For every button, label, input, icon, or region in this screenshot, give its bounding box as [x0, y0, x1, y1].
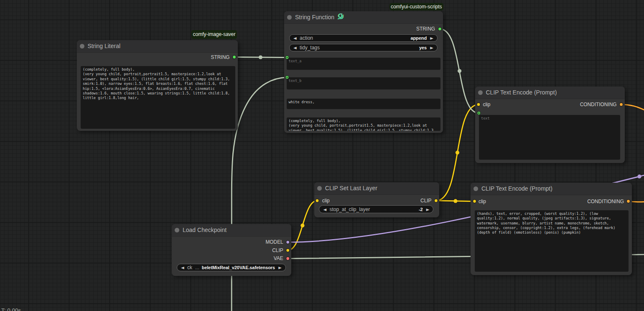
- link-dot: [637, 175, 641, 178]
- clip-text-encode-positive-text-widget[interactable]: [479, 115, 620, 160]
- link-checkpoint-clip-to-setlastlayer: [288, 201, 317, 250]
- link-dot: [453, 199, 457, 203]
- combo-right-arrow-icon[interactable]: ▶: [430, 46, 433, 49]
- widget-action[interactable]: ◀ action append ▶: [289, 34, 438, 42]
- collapse-dot-icon[interactable]: [287, 15, 292, 20]
- node-title: String Literal: [88, 43, 121, 49]
- combo-left-arrow-icon[interactable]: ◀: [323, 207, 326, 211]
- combo-left-arrow-icon[interactable]: ◀: [293, 46, 297, 49]
- widget-stop-at-clip-layer[interactable]: ◀ stop_at_clip_layer -2 ▶: [319, 205, 433, 213]
- output-label-clip: CLIP: [272, 247, 283, 253]
- input-label-clip: clip: [479, 199, 486, 204]
- output-label-string: STRING: [211, 54, 230, 60]
- node-title: CLIP Set Last Layer: [325, 185, 377, 191]
- output-label-conditioning: CONDITIONING: [587, 199, 624, 204]
- link-dot: [456, 150, 459, 154]
- collapse-dot-icon[interactable]: [473, 186, 478, 191]
- widget-tidy-tags[interactable]: ◀ tidy_tags yes ▶: [289, 44, 438, 52]
- node-string-function-titlebar[interactable]: String Function: [284, 11, 443, 24]
- combo-left-arrow-icon[interactable]: ◀: [181, 266, 184, 270]
- combo-left-arrow-icon[interactable]: ◀: [293, 36, 297, 40]
- collapse-dot-icon[interactable]: [175, 228, 179, 232]
- string-function-text-b-widget[interactable]: [287, 77, 440, 90]
- node-clip-text-encode-positive-titlebar[interactable]: CLIP Text Encode (Prompt): [475, 87, 625, 99]
- link-dot: [458, 69, 461, 73]
- node-load-checkpoint-titlebar[interactable]: Load Checkpoint: [172, 224, 291, 237]
- collapse-dot-icon[interactable]: [317, 186, 322, 191]
- link-offscreen-to-text-b: [232, 77, 287, 311]
- node-clip-set-last-layer[interactable]: CLIP Set Last Layer clip CLIP ◀ stop_at_…: [314, 182, 440, 217]
- node-clip-text-encode-positive[interactable]: CLIP Text Encode (Prompt) clip CONDITION…: [475, 87, 625, 163]
- collapse-dot-icon[interactable]: [478, 90, 483, 95]
- node-string-literal[interactable]: String Literal STRING (completely, full …: [77, 40, 238, 131]
- combo-right-arrow-icon[interactable]: ▶: [426, 207, 430, 211]
- output-label-clip: CLIP: [420, 198, 431, 204]
- link-dot: [259, 55, 262, 59]
- node-clip-text-encode-negative[interactable]: CLIP Text Encode (Prompt) clip CONDITION…: [471, 183, 632, 275]
- combo-right-arrow-icon[interactable]: ▶: [430, 36, 433, 40]
- node-string-literal-titlebar[interactable]: String Literal: [77, 40, 238, 53]
- badge-comfyui-custom-scripts: comfyui-custom-scripts: [389, 3, 443, 11]
- link-setlastlayer-to-negative-clip: [436, 201, 474, 201]
- node-title: CLIP Text Encode (Prompt): [486, 89, 557, 96]
- node-title: String Function: [295, 14, 334, 20]
- custom-scripts-snake-icon: [337, 13, 344, 20]
- node-title: CLIP Text Encode (Prompt): [481, 185, 552, 192]
- collapse-dot-icon[interactable]: [80, 44, 84, 48]
- clip-text-encode-negative-text-widget[interactable]: (hands), text, error, cropped, (worst qu…: [475, 210, 629, 272]
- string-function-text-c-widget[interactable]: white dress,: [287, 99, 440, 109]
- output-label-conditioning: CONDITIONING: [580, 102, 617, 107]
- string-function-text-d-widget[interactable]: (completely, full body), (very young chi…: [287, 117, 440, 131]
- badge-comfy-image-saver: comfy-image-saver: [191, 30, 237, 39]
- execution-time-status: T: 0.00s: [1, 307, 21, 311]
- node-string-function[interactable]: String Function STRING ◀ action append ▶…: [284, 11, 443, 133]
- link-stringfunction-to-positive-text: [440, 29, 479, 113]
- output-label-model: MODEL: [265, 239, 283, 245]
- combo-right-arrow-icon[interactable]: ▶: [278, 266, 282, 270]
- widget-ckpt-name[interactable]: ◀ ck... beletMixReal_v20VAE.safetensors …: [177, 264, 286, 271]
- node-graph-canvas[interactable]: String Literal STRING (completely, full …: [0, 0, 644, 311]
- input-label-clip: clip: [322, 198, 330, 204]
- input-label-clip: clip: [483, 102, 491, 107]
- string-function-text-a-widget[interactable]: [287, 58, 440, 70]
- string-literal-text-widget[interactable]: (completely, full body), (very young chi…: [81, 66, 235, 129]
- output-label-vae: VAE: [274, 255, 283, 261]
- link-string-literal-to-text-a: [234, 57, 287, 58]
- node-load-checkpoint[interactable]: Load Checkpoint MODEL CLIP VAE ◀ ck... b…: [172, 224, 291, 275]
- node-title: Load Checkpoint: [183, 227, 227, 233]
- node-clip-text-encode-negative-titlebar[interactable]: CLIP Text Encode (Prompt): [471, 183, 632, 195]
- link-dot: [300, 224, 304, 227]
- link-positive-conditioning-offscreen: [621, 105, 644, 111]
- output-label-string: STRING: [416, 26, 435, 32]
- node-clip-set-last-layer-titlebar[interactable]: CLIP Set Last Layer: [314, 182, 440, 195]
